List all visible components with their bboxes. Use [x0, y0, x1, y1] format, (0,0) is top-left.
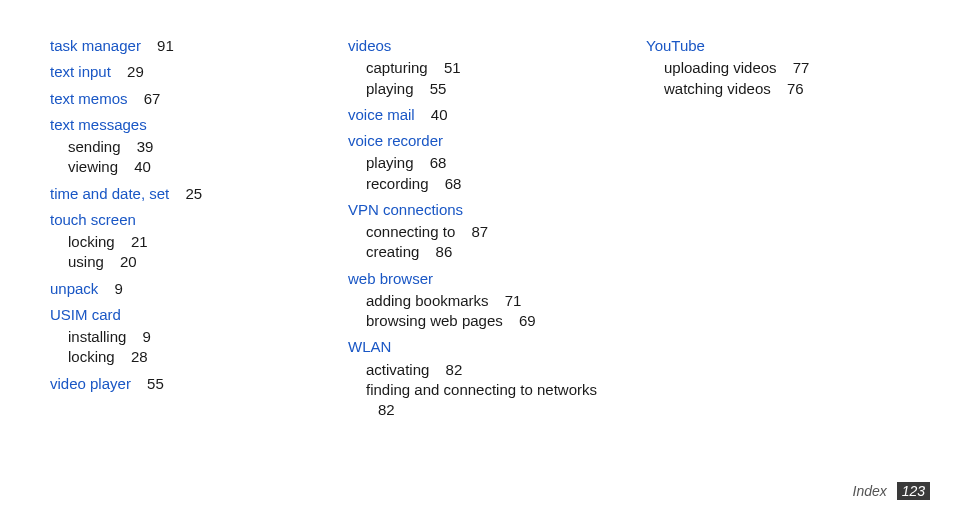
index-term[interactable]: task manager — [50, 37, 141, 54]
index-sublabel: connecting to — [366, 223, 455, 240]
index-subentry: activating 82 — [366, 360, 606, 380]
index-page-ref[interactable]: 29 — [127, 63, 144, 80]
index-sublabel: installing — [68, 328, 126, 345]
index-entry: voice recorder playing 68 recording 68 — [348, 131, 606, 194]
index-subentry: watching videos 76 — [664, 79, 904, 99]
index-subentry: browsing web pages 69 — [366, 311, 606, 331]
index-column-1: task manager 91 text input 29 text memos… — [50, 36, 308, 426]
index-term[interactable]: USIM card — [50, 306, 121, 323]
index-page-ref[interactable]: 76 — [787, 80, 804, 97]
index-sublabel: watching videos — [664, 80, 771, 97]
index-page-ref[interactable]: 77 — [793, 59, 810, 76]
index-page-ref[interactable]: 55 — [147, 375, 164, 392]
index-subentries: uploading videos 77 watching videos 76 — [646, 58, 904, 99]
footer-page-number: 123 — [897, 482, 930, 500]
index-term[interactable]: YouTube — [646, 37, 705, 54]
index-sublabel: finding and connecting to networks — [366, 381, 597, 398]
index-subentry: finding and connecting to networks 82 — [366, 380, 606, 421]
index-sublabel: sending — [68, 138, 121, 155]
index-term[interactable]: touch screen — [50, 211, 136, 228]
index-page-ref[interactable]: 9 — [143, 328, 151, 345]
index-subentry: installing 9 — [68, 327, 308, 347]
index-term[interactable]: videos — [348, 37, 391, 54]
index-sublabel: locking — [68, 233, 115, 250]
index-subentry: locking 28 — [68, 347, 308, 367]
index-sublabel: creating — [366, 243, 419, 260]
index-entry: YouTube uploading videos 77 watching vid… — [646, 36, 904, 99]
index-term[interactable]: voice recorder — [348, 132, 443, 149]
index-subentries: connecting to 87 creating 86 — [348, 222, 606, 263]
index-term[interactable]: text input — [50, 63, 111, 80]
index-entry: time and date, set 25 — [50, 184, 308, 204]
index-sublabel: adding bookmarks — [366, 292, 489, 309]
index-page-ref[interactable]: 71 — [505, 292, 522, 309]
index-sublabel: recording — [366, 175, 429, 192]
footer-section-label: Index — [853, 483, 887, 499]
index-page-ref[interactable]: 82 — [446, 361, 463, 378]
index-term[interactable]: text messages — [50, 116, 147, 133]
index-subentries: installing 9 locking 28 — [50, 327, 308, 368]
index-page-ref[interactable]: 82 — [378, 401, 395, 418]
index-subentry: connecting to 87 — [366, 222, 606, 242]
index-entry: web browser adding bookmarks 71 browsing… — [348, 269, 606, 332]
index-page-ref[interactable]: 55 — [430, 80, 447, 97]
index-page-ref[interactable]: 9 — [115, 280, 123, 297]
index-page-ref[interactable]: 28 — [131, 348, 148, 365]
index-page-ref[interactable]: 40 — [134, 158, 151, 175]
index-page-ref[interactable]: 69 — [519, 312, 536, 329]
index-subentry: locking 21 — [68, 232, 308, 252]
index-entry: text input 29 — [50, 62, 308, 82]
index-sublabel: using — [68, 253, 104, 270]
index-entry: task manager 91 — [50, 36, 308, 56]
index-subentries: locking 21 using 20 — [50, 232, 308, 273]
index-sublabel: viewing — [68, 158, 118, 175]
index-sublabel: locking — [68, 348, 115, 365]
index-sublabel: uploading videos — [664, 59, 777, 76]
index-page-ref[interactable]: 25 — [185, 185, 202, 202]
index-subentries: adding bookmarks 71 browsing web pages 6… — [348, 291, 606, 332]
index-subentries: capturing 51 playing 55 — [348, 58, 606, 99]
index-page-ref[interactable]: 67 — [144, 90, 161, 107]
index-subentry: creating 86 — [366, 242, 606, 262]
index-entry: video player 55 — [50, 374, 308, 394]
index-entry: unpack 9 — [50, 279, 308, 299]
index-page-ref[interactable]: 20 — [120, 253, 137, 270]
index-sublabel: activating — [366, 361, 429, 378]
index-term[interactable]: unpack — [50, 280, 98, 297]
index-subentry: playing 68 — [366, 153, 606, 173]
index-page-ref[interactable]: 68 — [430, 154, 447, 171]
index-page-ref[interactable]: 40 — [431, 106, 448, 123]
index-page-ref[interactable]: 86 — [436, 243, 453, 260]
index-page-ref[interactable]: 91 — [157, 37, 174, 54]
index-entry: videos capturing 51 playing 55 — [348, 36, 606, 99]
index-term[interactable]: video player — [50, 375, 131, 392]
index-term[interactable]: text memos — [50, 90, 128, 107]
index-term[interactable]: web browser — [348, 270, 433, 287]
index-page: task manager 91 text input 29 text memos… — [0, 0, 954, 426]
index-column-3: YouTube uploading videos 77 watching vid… — [646, 36, 904, 426]
index-term[interactable]: voice mail — [348, 106, 415, 123]
index-entry: VPN connections connecting to 87 creatin… — [348, 200, 606, 263]
page-footer: Index 123 — [853, 482, 931, 500]
index-sublabel: browsing web pages — [366, 312, 503, 329]
index-subentries: playing 68 recording 68 — [348, 153, 606, 194]
index-subentry: capturing 51 — [366, 58, 606, 78]
index-entry: USIM card installing 9 locking 28 — [50, 305, 308, 368]
index-page-ref[interactable]: 68 — [445, 175, 462, 192]
index-term[interactable]: WLAN — [348, 338, 391, 355]
index-subentries: sending 39 viewing 40 — [50, 137, 308, 178]
index-entry: text memos 67 — [50, 89, 308, 109]
index-term[interactable]: time and date, set — [50, 185, 169, 202]
index-subentry: adding bookmarks 71 — [366, 291, 606, 311]
index-page-ref[interactable]: 87 — [471, 223, 488, 240]
index-page-ref[interactable]: 39 — [137, 138, 154, 155]
index-subentry: uploading videos 77 — [664, 58, 904, 78]
index-subentry: recording 68 — [366, 174, 606, 194]
index-entry: WLAN activating 82 finding and connectin… — [348, 337, 606, 420]
index-sublabel: playing — [366, 80, 414, 97]
index-term[interactable]: VPN connections — [348, 201, 463, 218]
index-page-ref[interactable]: 51 — [444, 59, 461, 76]
index-entry: voice mail 40 — [348, 105, 606, 125]
index-subentry: viewing 40 — [68, 157, 308, 177]
index-page-ref[interactable]: 21 — [131, 233, 148, 250]
